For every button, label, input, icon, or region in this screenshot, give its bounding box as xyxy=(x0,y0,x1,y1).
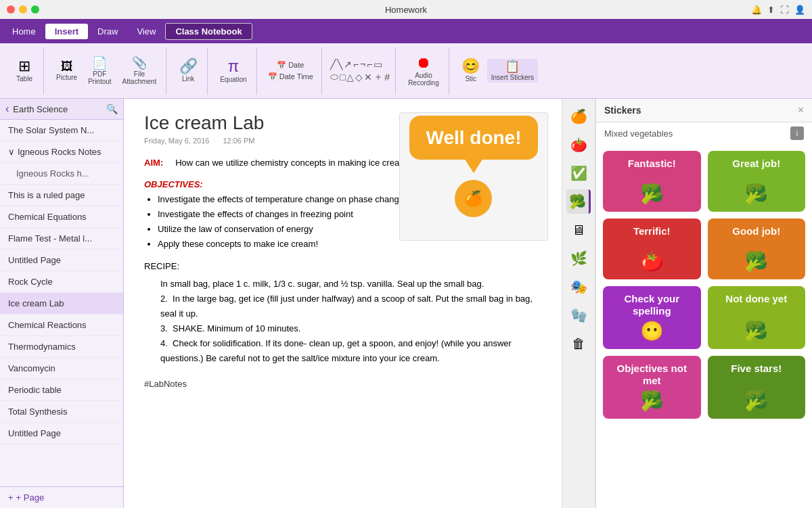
menu-insert[interactable]: Insert xyxy=(45,24,88,39)
sticker-objnotmet-emoji: 🥦 xyxy=(640,390,664,412)
sticker-strip-item-7[interactable]: 🧤 xyxy=(566,303,591,327)
plus-icon[interactable]: ＋ xyxy=(374,71,383,83)
sticker-check-spelling[interactable]: Check your spelling 😶 xyxy=(603,286,701,349)
menu-class-notebook[interactable]: Class Notebook xyxy=(165,23,252,40)
line2-icon[interactable]: ╲ xyxy=(337,59,342,70)
collection-label: Mixed vegetables xyxy=(604,129,673,139)
sticker-great-job[interactable]: Great job! 🥦 xyxy=(708,151,806,212)
sticker-strip-item-4[interactable]: 🖥 xyxy=(566,218,591,242)
equation-label: Equation xyxy=(220,76,246,83)
sticker-good-job[interactable]: Good job! 🥦 xyxy=(708,218,806,279)
step-2: 2. In the large bag, get ice (fill just … xyxy=(160,292,537,321)
add-icon: + xyxy=(8,492,14,503)
notification-icon[interactable]: 🔔 xyxy=(751,5,762,15)
add-page-button[interactable]: + + Page xyxy=(0,486,123,508)
pdf-label: PDFPrintout xyxy=(88,70,111,85)
diamond-icon[interactable]: ◇ xyxy=(355,72,363,83)
ribbon-btn-insert-stickers[interactable]: 📋 Insert Stickers xyxy=(487,59,538,83)
sidebar-item-icecream[interactable]: Ice cream Lab xyxy=(0,293,123,315)
sidebar-item-vanco[interactable]: Vancomycin xyxy=(0,358,123,379)
page-time: 12:06 PM xyxy=(223,137,254,145)
ribbon-btn-link[interactable]: 🔗 Link xyxy=(175,57,202,84)
sidebar-item-ruled[interactable]: This is a ruled page xyxy=(0,185,123,206)
table-label: Table xyxy=(16,75,32,83)
sticker-five-stars[interactable]: Five stars! 🥦 xyxy=(708,356,806,419)
aim-text: How can we utilize chemistry concepts in… xyxy=(175,158,411,168)
menu-draw[interactable]: Draw xyxy=(88,24,127,39)
sidebar-item-chemical-r[interactable]: Chemical Reactions xyxy=(0,315,123,336)
link-label: Link xyxy=(182,75,194,83)
ribbon-btn-file[interactable]: 📎 FileAttachment xyxy=(118,55,161,87)
line1-icon[interactable]: ╱ xyxy=(330,59,336,70)
sticker-objectives-not-met[interactable]: Objectives not met 🥦 xyxy=(603,356,701,419)
sidebar-item-chemical-eq[interactable]: Chemical Equations xyxy=(0,206,123,228)
sidebar-item-synthesis[interactable]: Total Synthesis xyxy=(0,401,123,423)
oval-icon[interactable]: ⬭ xyxy=(330,71,338,83)
sticker-strip-item-3[interactable]: 🥦 xyxy=(566,189,591,214)
hash-icon[interactable]: # xyxy=(384,72,390,83)
search-icon[interactable]: 🔍 xyxy=(106,103,118,114)
window-controls xyxy=(7,5,39,14)
sidebar-item-thermo[interactable]: Thermodynamics xyxy=(0,336,123,358)
sticker-strip-item-6[interactable]: 🎭 xyxy=(566,275,591,299)
sticker-not-done[interactable]: Not done yet 🥦 xyxy=(708,286,806,349)
back-button[interactable]: ‹ xyxy=(5,103,9,115)
picture-label: Picture xyxy=(56,74,77,81)
step-4: 4. Check for solidification. If its done… xyxy=(160,336,537,366)
close-button[interactable] xyxy=(7,5,15,14)
sticker-label: Stic xyxy=(465,75,476,83)
share-icon[interactable]: ⬆ xyxy=(767,5,775,15)
ribbon-btn-equation[interactable]: π Equation xyxy=(216,57,250,85)
sticker-strip-item-2[interactable]: ✅ xyxy=(566,161,591,185)
file-label: FileAttachment xyxy=(122,70,157,85)
maximize-button[interactable] xyxy=(31,5,39,14)
menu-view[interactable]: View xyxy=(127,24,165,39)
bracket2-icon[interactable]: ¬ xyxy=(360,59,365,70)
ribbon-btn-date[interactable]: 📅 Date xyxy=(274,60,307,71)
rect3-icon[interactable]: □ xyxy=(340,72,345,83)
sticker-fantastic[interactable]: Fantastic! 🥦 xyxy=(603,151,701,212)
page-content: Ice cream Lab Friday, May 6, 2016 12:06 … xyxy=(124,99,562,508)
triangle-icon[interactable]: △ xyxy=(346,72,354,83)
equation-icon: π xyxy=(228,58,240,74)
sticker-terrific[interactable]: Terrific! 🍅 xyxy=(603,218,701,279)
ribbon-group-stickers: 😊 Stic 📋 Insert Stickers xyxy=(452,47,543,95)
cross-icon[interactable]: ✕ xyxy=(364,72,372,83)
sticker-strip-item-8[interactable]: 🗑 xyxy=(566,331,591,356)
menu-home[interactable]: Home xyxy=(3,24,45,39)
sidebar-item-flame[interactable]: Flame Test - Metal l... xyxy=(0,228,123,250)
sidebar-item-untitled1[interactable]: Untitled Page xyxy=(0,250,123,271)
info-button[interactable]: i xyxy=(790,126,804,140)
rect1-icon[interactable]: ⌐ xyxy=(367,59,372,70)
ribbon-btn-sticker-emoji[interactable]: 😊 Stic xyxy=(457,57,484,84)
rect2-icon[interactable]: ▭ xyxy=(374,59,382,70)
sidebar-item-periodic[interactable]: Periodic table xyxy=(0,379,123,401)
ribbon-btn-audio[interactable]: ⏺ AudioRecording xyxy=(404,54,443,88)
audio-label: AudioRecording xyxy=(408,72,439,87)
ribbon-btn-table[interactable]: ⊞ Table xyxy=(11,57,38,84)
sticker-terrific-emoji: 🍅 xyxy=(640,250,664,273)
sticker-check-label: Check your spelling xyxy=(608,293,696,317)
sticker-good-label: Good job! xyxy=(732,225,780,237)
sticker-strip-item-5[interactable]: 🌿 xyxy=(566,246,591,271)
sticker-strip-item-1[interactable]: 🍅 xyxy=(566,133,591,157)
sticker-close-button[interactable]: × xyxy=(798,104,804,116)
ribbon-btn-pdf[interactable]: 📄 PDFPrintout xyxy=(84,55,115,87)
minimize-button[interactable] xyxy=(19,5,27,14)
ribbon-btn-datetime[interactable]: 📅 Date Time xyxy=(265,71,316,83)
bracket1-icon[interactable]: ⌐ xyxy=(353,59,359,70)
sticker-check-emoji: 😶 xyxy=(640,320,664,342)
sticker-terrific-label: Terrific! xyxy=(633,225,671,237)
sidebar-item-igneous-group[interactable]: ∨ Igneous Rocks Notes xyxy=(0,141,123,163)
titlebar-actions: 🔔 ⬆ ⛶ 👤 xyxy=(751,5,805,15)
sidebar-item-solar[interactable]: The Solar System N... xyxy=(0,120,123,141)
sticker-strip-item-0[interactable]: 🍊 xyxy=(566,104,591,129)
sidebar-item-rock[interactable]: Rock Cycle xyxy=(0,271,123,293)
user-avatar[interactable]: 👤 xyxy=(794,5,805,15)
ribbon-btn-picture[interactable]: 🖼 Picture xyxy=(52,59,81,83)
fullscreen-icon[interactable]: ⛶ xyxy=(780,5,789,15)
arrow1-icon[interactable]: ↗ xyxy=(344,59,352,70)
sidebar-item-igneous-h[interactable]: Igneous Rocks h... xyxy=(0,163,123,185)
sidebar-item-untitled2[interactable]: Untitled Page xyxy=(0,423,123,444)
sticker-callout: Well done! 🍊 xyxy=(399,112,548,241)
